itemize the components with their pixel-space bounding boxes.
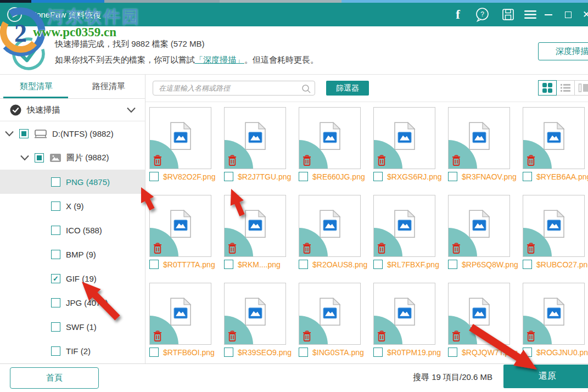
file-name[interactable]: $ING0STA.png: [312, 348, 364, 357]
chevron-down-icon[interactable]: [20, 154, 30, 161]
file-checkbox[interactable]: [523, 260, 532, 269]
file-thumbnail[interactable]: [224, 195, 286, 257]
tree-item[interactable]: ICO (588): [0, 218, 145, 242]
tree-checkbox[interactable]: ✓: [51, 274, 60, 283]
file-name[interactable]: $RL7FBXF.png: [387, 260, 439, 269]
tree-checkbox[interactable]: [51, 226, 60, 235]
file-name[interactable]: $RQJQW7T.png: [462, 348, 518, 357]
file-thumbnail[interactable]: [373, 195, 435, 257]
file-cell: $R39SEO9.png: [224, 283, 299, 357]
search-icon[interactable]: [301, 84, 311, 93]
tree-checkbox[interactable]: [51, 177, 60, 187]
file-checkbox[interactable]: [373, 260, 383, 269]
file-name[interactable]: $R3FNAOV.png: [462, 172, 517, 181]
file-thumbnail[interactable]: [149, 195, 211, 257]
file-thumbnail[interactable]: [299, 283, 361, 345]
file-name[interactable]: $RKM....png: [238, 260, 281, 269]
file-checkbox[interactable]: [523, 348, 532, 357]
file-checkbox[interactable]: [149, 348, 159, 357]
tree-item[interactable]: ✓GIF (19): [0, 266, 145, 290]
file-checkbox[interactable]: [448, 348, 457, 357]
file-name[interactable]: $RXGS6RJ.png: [387, 172, 442, 181]
home-button[interactable]: 首頁: [10, 367, 99, 389]
file-checkbox[interactable]: [299, 260, 308, 269]
preview-view-button[interactable]: [574, 80, 588, 96]
file-name[interactable]: $R2OAUS8.png: [312, 260, 367, 269]
file-checkbox[interactable]: [373, 348, 383, 357]
tree-item[interactable]: D:(NTFS) (9882): [0, 121, 145, 145]
tree-item[interactable]: 圖片 (9882): [0, 145, 145, 170]
file-thumbnail[interactable]: [224, 107, 286, 169]
file-name[interactable]: $R39SEO9.png: [238, 348, 292, 357]
maximize-button[interactable]: [562, 3, 574, 26]
file-name[interactable]: $RYEB6AA.png: [536, 172, 588, 181]
file-name[interactable]: $ROGJNU0.png: [536, 348, 588, 357]
help-icon[interactable]: ?: [474, 3, 490, 26]
tree-item[interactable]: SWF (1): [0, 315, 145, 339]
chevron-down-icon[interactable]: [4, 130, 14, 137]
file-thumbnail[interactable]: [523, 107, 585, 169]
file-name[interactable]: $RV82O2F.png: [163, 172, 215, 181]
file-thumbnail[interactable]: [523, 195, 585, 257]
file-checkbox[interactable]: [224, 172, 233, 181]
file-checkbox[interactable]: [224, 260, 233, 269]
save-icon[interactable]: [501, 3, 515, 26]
file-name[interactable]: $RUBCO27.png: [536, 260, 588, 269]
file-thumbnail[interactable]: [448, 283, 510, 345]
grid-view-button[interactable]: [538, 80, 557, 96]
tree-checkbox[interactable]: [51, 346, 60, 356]
file-name[interactable]: $RP6SQ8W.png: [462, 260, 518, 269]
file-name[interactable]: $R0TT7TA.png: [163, 260, 215, 269]
file-checkbox[interactable]: [523, 172, 532, 181]
file-checkbox[interactable]: [299, 348, 308, 357]
file-thumbnail[interactable]: [224, 283, 286, 345]
close-button[interactable]: ✕: [580, 3, 588, 26]
tree-item[interactable]: TIF (2): [0, 339, 145, 363]
tree-checkbox[interactable]: [35, 153, 44, 163]
tree-item[interactable]: PNG (4875): [0, 170, 145, 194]
file-checkbox[interactable]: [448, 172, 457, 181]
file-checkbox[interactable]: [373, 172, 383, 181]
file-thumbnail[interactable]: [149, 107, 211, 169]
tree-item[interactable]: JPG (4077): [0, 290, 145, 315]
file-checkbox[interactable]: [448, 260, 457, 269]
chevron-down-icon[interactable]: [126, 106, 136, 114]
search-input[interactable]: [153, 81, 315, 95]
list-view-button[interactable]: [556, 80, 575, 96]
filter-button[interactable]: 篩選器: [326, 81, 369, 96]
tree-checkbox[interactable]: [51, 201, 60, 211]
file-caption: $RP6SQ8W.png: [448, 260, 523, 269]
file-thumbnail[interactable]: [149, 283, 211, 345]
file-name[interactable]: $RTFB6OI.png: [163, 348, 215, 357]
file-thumbnail[interactable]: [373, 283, 435, 345]
deep-scan-link[interactable]: 「深度掃描」: [195, 55, 244, 64]
file-thumbnail[interactable]: [299, 195, 361, 257]
tree-checkbox[interactable]: [51, 322, 60, 332]
tab-type-list[interactable]: 類型清單: [0, 75, 72, 98]
file-thumbnail[interactable]: [373, 107, 435, 169]
deep-scan-button[interactable]: 深度掃描: [538, 42, 588, 60]
file-thumbnail[interactable]: [448, 195, 510, 257]
tree-checkbox[interactable]: [19, 129, 29, 138]
file-thumbnail[interactable]: [448, 107, 510, 169]
file-checkbox[interactable]: [149, 260, 159, 269]
file-name[interactable]: $R2J7TGU.png: [238, 172, 291, 181]
minimize-button[interactable]: [542, 3, 555, 26]
tree-checkbox[interactable]: [51, 298, 60, 307]
file-thumbnail[interactable]: [299, 107, 361, 169]
file-name[interactable]: $RE660JG.png: [312, 172, 365, 181]
scan-mode-row[interactable]: 快速掃描: [0, 99, 145, 121]
restore-button[interactable]: 還原: [503, 365, 588, 388]
menu-icon[interactable]: [523, 3, 537, 26]
facebook-icon[interactable]: f: [452, 3, 463, 26]
tab-path-list[interactable]: 路徑清單: [72, 75, 145, 98]
tree-item[interactable]: BMP (9): [0, 242, 145, 266]
file-name[interactable]: $R0TPM19.png: [387, 348, 441, 357]
file-thumbnail[interactable]: [523, 283, 585, 345]
image-file-icon: [318, 209, 341, 238]
file-checkbox[interactable]: [299, 172, 308, 181]
tree-checkbox[interactable]: [51, 250, 60, 259]
tree-item[interactable]: X (9): [0, 194, 145, 218]
file-checkbox[interactable]: [224, 348, 233, 357]
file-checkbox[interactable]: [149, 172, 159, 181]
